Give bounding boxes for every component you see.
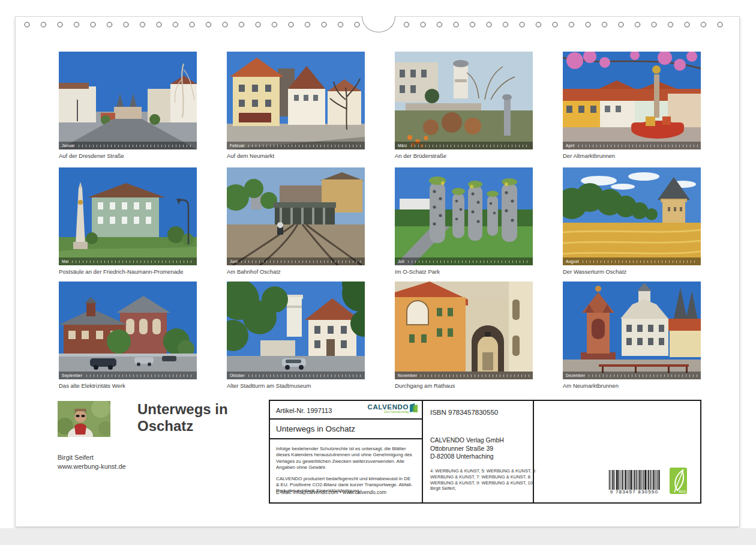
eco-label: eco [679,489,686,494]
calendar-photo-may: Mai Postsäule an der Friedrich-Naumann-P… [59,167,197,275]
month-strip: Juli [395,257,533,265]
photo-october-image: Oktober [227,282,365,379]
publisher-city: D-82008 Unterhaching [430,453,504,461]
month-label: August [566,259,579,263]
info-left-column: Artikel-Nr. 1997113 CALVENDO Dein Kalend… [270,401,422,502]
month-strip: Januar [59,142,197,149]
photo-caption: Postsäule an der Friedrich-Naumann-Prome… [59,268,197,275]
eco-badge: eco [670,468,687,494]
month-label: Juni [230,259,238,263]
photo-december-image: Dezember [563,282,701,379]
day-numbers [408,260,530,263]
barcode-digits: 9 783457 830550 [608,490,661,495]
month-strip: Mai [59,257,197,265]
month-strip: April [563,142,701,149]
photo-february-image: Februar [227,52,365,149]
calendar-photo-january: Januar Auf der Dresdener Straße [59,52,197,159]
month-strip: Dezember [563,372,701,379]
info-header-row: Artikel-Nr. 1997113 CALVENDO Dein Kalend… [270,401,422,420]
info-middle-column: ISBN 9783457830550 CALVENDO Verlag GmbH … [422,401,533,502]
day-numbers [248,145,362,147]
photo-january-image: Januar [59,52,197,149]
calendar-photo-april: April Der Altmarktbrunnen [563,52,701,159]
calvendo-wordmark: CALVENDO [368,403,409,411]
photo-caption: Im O-Schatz Park [395,268,533,275]
calvendo-flag-icon [410,403,418,412]
photo-june-image: Juni [227,167,365,265]
photo-caption: Der Altmarktbrunnen [563,152,701,159]
background-surface [0,528,756,545]
month-label: September [62,373,83,378]
month-label: Juli [398,259,404,263]
month-strip: März [395,142,533,149]
calendar-photo-february: Februar Auf dem Neumarkt [227,52,365,159]
photo-march-image: März [395,52,533,149]
photo-august-image: August [563,167,701,265]
month-strip: September [59,372,197,379]
month-strip: Oktober [227,372,365,379]
photo-caption: Am Bahnhof Oschatz [227,268,365,275]
photo-caption: Auf der Dresdener Straße [59,152,197,159]
calendar-photo-december: Dezember Am Neumarktbrunnen [563,282,701,389]
month-label: Januar [62,143,75,148]
day-numbers [79,145,194,147]
month-strip: November [395,372,533,379]
keywords-author: Birgit Seifert, [430,486,551,492]
month-label: März [398,143,407,148]
publisher-name: CALVENDO Verlag GmbH [430,436,504,445]
contact-line: E-Mail: info@calvendo.com • www.calvendo… [276,489,386,496]
info-right-column: 9 783457 830550 eco [533,401,703,502]
publisher-street: Ottobrunner Straße 39 [430,445,504,453]
info-calendar-title: Unterwegs in Oschatz [270,420,422,439]
photo-caption: Der Wasserturm Oschatz [563,268,701,275]
keywords: 4: WERBUNG & KUNST, 5: WERBUNG & KUNST, … [430,468,536,486]
calendar-photo-september: September Das alte Elektrizitäts Werk [59,282,197,389]
day-numbers [86,375,194,377]
barcode-bars [608,470,661,490]
calendar-photo-october: Oktober Alter Stadtturm am Stadtmuseum [227,282,365,389]
day-numbers [248,375,362,377]
isbn-number: ISBN 9783457830550 [430,409,498,416]
month-strip: Februar [227,142,365,149]
photo-july-image: Juli [395,167,533,265]
day-numbers [72,260,194,263]
month-label: Mai [62,259,68,263]
month-strip: August [563,257,701,265]
month-label: November [398,373,417,378]
photo-september-image: September [59,282,197,379]
keyword-list: 4: WERBUNG & KUNST, 5: WERBUNG & KUNST, … [430,468,551,492]
author-photo [58,401,110,437]
calvendo-logo: CALVENDO Dein Kalenderverlag [368,403,418,414]
photo-caption: Auf dem Neumarkt [227,152,365,159]
calendar-photo-november: November Durchgang am Rathaus [395,282,533,389]
photo-caption: Alter Stadtturm am Stadtmuseum [227,382,365,389]
day-numbers [411,145,530,147]
calendar-photo-august: August Der Wasserturm Oschatz [563,167,701,275]
photo-november-image: November [395,282,533,379]
ean-barcode: 9 783457 830550 [608,470,661,495]
author-name: Birgit Seifert [58,453,126,462]
publisher-address: CALVENDO Verlag GmbH Ottobrunner Straße … [430,436,504,461]
day-numbers [589,375,698,377]
month-label: Februar [230,143,245,148]
calendar-photo-july: Juli Im O-Schatz Park [395,167,533,275]
day-numbers [583,260,698,263]
month-label: April [566,143,575,148]
product-info-box: Artikel-Nr. 1997113 CALVENDO Dein Kalend… [269,400,701,504]
article-number: Artikel-Nr. 1997113 [276,407,332,414]
month-label: Dezember [566,373,585,378]
calendar-title: Unterwegs in Oschatz [137,401,281,435]
photo-may-image: Mai [59,167,197,265]
day-numbers [241,260,362,263]
month-strip: Juni [227,257,365,265]
day-numbers [421,375,530,377]
photo-caption: Das alte Elektrizitäts Werk [59,382,197,389]
calvendo-tagline: Dein Kalenderverlag [368,411,409,414]
calendar-photo-june: Juni Am Bahnhof Oschatz [227,167,365,275]
photo-caption: An der Brüderstraße [395,152,533,159]
photo-caption: Durchgang am Rathaus [395,382,533,389]
legal-paragraph-1: Infolge bestehender Schutzrechte ist es … [276,446,413,471]
hanger-hole [362,16,395,32]
month-label: Oktober [230,373,245,378]
day-numbers [578,145,698,147]
